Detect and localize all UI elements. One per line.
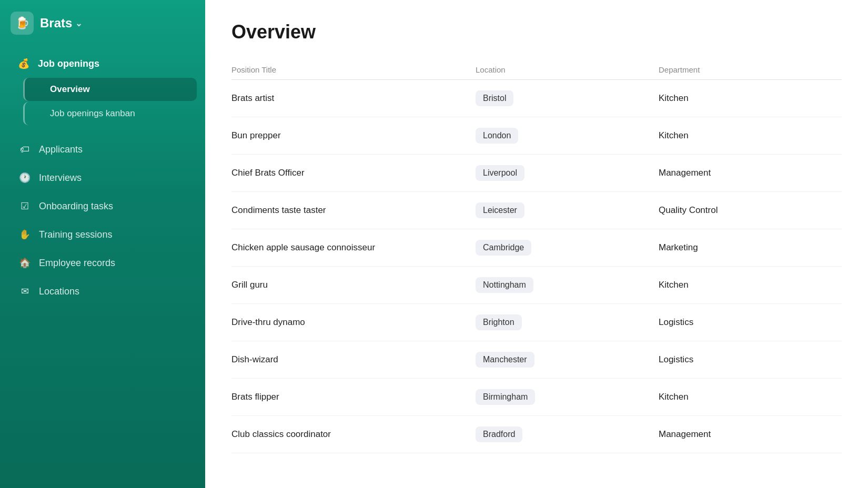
cell-location: Cambridge [476, 240, 659, 256]
cell-location: London [476, 128, 659, 144]
onboarding-label: Onboarding tasks [39, 201, 113, 212]
cell-position: Condiments taste taster [231, 205, 476, 216]
overview-label: Overview [50, 84, 90, 94]
brand-name[interactable]: Brats ⌄ [40, 16, 82, 30]
page-title: Overview [231, 21, 842, 43]
sidebar-item-employee-records[interactable]: 🏠 Employee records [8, 249, 197, 277]
cell-department: Kitchen [659, 280, 842, 290]
location-badge: Cambridge [476, 240, 531, 256]
nav-section: 🏷 Applicants 🕐 Interviews ☑ Onboarding t… [0, 130, 205, 310]
location-badge: Bristol [476, 90, 513, 106]
location-badge: Birmingham [476, 389, 535, 405]
cell-location: Nottingham [476, 277, 659, 293]
training-icon: ✋ [18, 228, 32, 241]
sidebar-item-interviews[interactable]: 🕐 Interviews [8, 164, 197, 191]
table-row[interactable]: Drive-thru dynamo Brighton Logistics [231, 304, 842, 341]
cell-department: Kitchen [659, 392, 842, 402]
table-row[interactable]: Condiments taste taster Leicester Qualit… [231, 192, 842, 229]
interviews-label: Interviews [39, 172, 82, 184]
table-row[interactable]: Chief Brats Officer Liverpool Management [231, 155, 842, 192]
sidebar-item-kanban[interactable]: Job openings kanban [23, 102, 197, 125]
sidebar-header: 🍺 Brats ⌄ [0, 0, 205, 46]
location-badge: Bradford [476, 426, 522, 442]
locations-icon: ✉ [18, 284, 32, 298]
cell-department: Management [659, 429, 842, 440]
cell-department: Management [659, 168, 842, 178]
applicants-icon: 🏷 [18, 143, 32, 156]
cell-department: Kitchen [659, 93, 842, 104]
cell-position: Drive-thru dynamo [231, 317, 476, 328]
app-logo-icon: 🍺 [11, 12, 34, 35]
job-openings-label: Job openings [38, 58, 99, 69]
table-row[interactable]: Grill guru Nottingham Kitchen [231, 267, 842, 304]
cell-department: Kitchen [659, 130, 842, 141]
col-header-location: Location [476, 65, 659, 74]
applicants-label: Applicants [39, 144, 83, 155]
brand-label: Brats [40, 16, 72, 30]
job-openings-section: 💰 Job openings Overview Job openings kan… [0, 46, 205, 130]
cell-location: Leicester [476, 202, 659, 218]
onboarding-icon: ☑ [18, 199, 32, 213]
cell-position: Brats artist [231, 93, 476, 104]
table-row[interactable]: Brats flipper Birmingham Kitchen [231, 379, 842, 416]
location-badge: Manchester [476, 352, 534, 368]
job-openings-icon: 💰 [17, 57, 31, 70]
table-row[interactable]: Bun prepper London Kitchen [231, 117, 842, 155]
overview-table: Position Title Location Department Brats… [231, 60, 842, 453]
cell-location: Birmingham [476, 389, 659, 405]
cell-location: Liverpool [476, 165, 659, 181]
col-header-position: Position Title [231, 65, 476, 74]
cell-location: Manchester [476, 352, 659, 368]
cell-position: Bun prepper [231, 130, 476, 141]
cell-location: Brighton [476, 314, 659, 330]
cell-location: Bristol [476, 90, 659, 106]
sidebar-item-onboarding[interactable]: ☑ Onboarding tasks [8, 192, 197, 220]
location-badge: Nottingham [476, 277, 533, 293]
employee-records-icon: 🏠 [18, 256, 32, 270]
locations-label: Locations [39, 286, 79, 297]
table-row[interactable]: Dish-wizard Manchester Logistics [231, 341, 842, 379]
cell-department: Quality Control [659, 205, 842, 216]
location-badge: Liverpool [476, 165, 524, 181]
table-header: Position Title Location Department [231, 60, 842, 80]
sidebar: 🍺 Brats ⌄ 💰 Job openings Overview Job op… [0, 0, 205, 488]
location-badge: Leicester [476, 202, 524, 218]
table-row[interactable]: Club classics coordinator Bradford Manag… [231, 416, 842, 453]
cell-position: Grill guru [231, 280, 476, 290]
location-badge: London [476, 128, 518, 144]
interviews-icon: 🕐 [18, 171, 32, 185]
cell-position: Chief Brats Officer [231, 168, 476, 178]
col-header-department: Department [659, 65, 842, 74]
cell-position: Dish-wizard [231, 354, 476, 365]
employee-records-label: Employee records [39, 258, 115, 269]
cell-position: Brats flipper [231, 392, 476, 402]
table-body: Brats artist Bristol Kitchen Bun prepper… [231, 80, 842, 453]
training-label: Training sessions [39, 229, 112, 240]
main-content: Overview Position Title Location Departm… [205, 0, 868, 488]
sidebar-item-applicants[interactable]: 🏷 Applicants [8, 136, 197, 163]
kanban-label: Job openings kanban [50, 108, 135, 118]
sidebar-item-overview[interactable]: Overview [23, 78, 197, 101]
sidebar-item-locations[interactable]: ✉ Locations [8, 278, 197, 305]
table-row[interactable]: Chicken apple sausage connoisseur Cambri… [231, 229, 842, 267]
sidebar-item-training[interactable]: ✋ Training sessions [8, 221, 197, 248]
cell-position: Club classics coordinator [231, 429, 476, 440]
cell-department: Logistics [659, 354, 842, 365]
cell-department: Marketing [659, 242, 842, 253]
job-openings-header[interactable]: 💰 Job openings [8, 50, 197, 77]
brand-chevron-icon: ⌄ [75, 18, 82, 28]
cell-department: Logistics [659, 317, 842, 328]
cell-location: Bradford [476, 426, 659, 442]
location-badge: Brighton [476, 314, 522, 330]
table-row[interactable]: Brats artist Bristol Kitchen [231, 80, 842, 117]
cell-position: Chicken apple sausage connoisseur [231, 242, 476, 253]
